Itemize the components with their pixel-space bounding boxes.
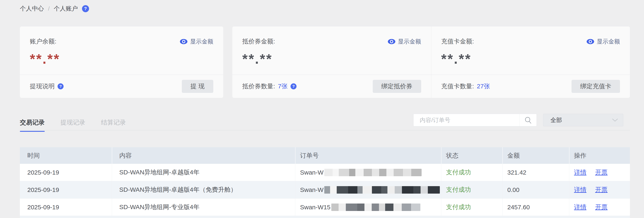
account-balance-label: 账户余额:	[30, 37, 56, 46]
cell-order-number: Swan-W15	[295, 199, 441, 216]
eye-icon	[180, 39, 188, 44]
cell-date: 2025-09-19	[20, 186, 112, 193]
chevron-down-icon	[612, 118, 618, 122]
voucher-help-icon[interactable]	[290, 83, 296, 89]
recharge-amount-label: 充值卡金额:	[441, 37, 474, 46]
withdraw-button[interactable]: 提 现	[182, 80, 213, 93]
withdraw-help-icon[interactable]	[58, 83, 64, 89]
account-balance-footer: 提现说明 提 现	[20, 75, 223, 98]
tab-transaction-records[interactable]: 交易记录	[20, 118, 45, 132]
breadcrumb-item-personal-center[interactable]: 个人中心	[20, 4, 44, 13]
redaction-mosaic	[331, 204, 420, 211]
tab-track-line	[20, 130, 630, 131]
masked-voucher-value: **.**	[242, 51, 421, 67]
table-row: 2025-09-19 SD-WAN异地组网-专业版4年 Swan-W15 支付成…	[20, 199, 630, 216]
cell-order-number: Swan-W	[295, 181, 441, 198]
invoice-link[interactable]: 开票	[595, 186, 608, 194]
cell-actions: 详情 开票	[569, 181, 630, 198]
search-icon	[524, 116, 532, 124]
masked-recharge-value: **.**	[441, 51, 620, 67]
invoice-link[interactable]: 开票	[595, 168, 608, 177]
transaction-table: 时间 内容 订单号 状态 金额 操作 2025-09-19 SD-WAN异地组网…	[20, 147, 630, 218]
voucher-count-value[interactable]: 7张	[278, 82, 288, 91]
eye-icon	[586, 39, 594, 44]
show-amount-label: 显示金额	[190, 38, 213, 45]
cell-actions: 详情 开票	[569, 164, 630, 181]
show-amount-label: 显示金额	[398, 38, 421, 45]
masked-balance-value: **.**	[30, 51, 213, 67]
tab-settlement-records[interactable]: 结算记录	[101, 118, 126, 132]
header-actions: 操作	[569, 147, 630, 164]
bind-voucher-button[interactable]: 绑定抵价券	[373, 80, 421, 93]
voucher-recharge-card: 抵价券金额: 显示金额 **.** 抵价券数量: 7张	[232, 26, 630, 98]
detail-link[interactable]: 详情	[574, 186, 586, 194]
table-row: 2025-09-19 SD-WAN异地组网-卓越版4年（免费升舱） Swan-W…	[20, 181, 630, 199]
table-row: 2025-09-19 SD-WAN异地组网-卓越版4年 Swan-W 支付成功 …	[20, 164, 630, 181]
invoice-link[interactable]: 开票	[595, 203, 608, 211]
order-number-prefix: Swan-W	[300, 186, 324, 193]
header-status: 状态	[441, 147, 502, 164]
account-balance-top: 账户余额: 显示金额 **.**	[20, 26, 223, 75]
show-amount-button-voucher[interactable]: 显示金额	[388, 38, 421, 45]
cell-status: 支付成功	[441, 199, 502, 216]
filter-selected-value: 全部	[550, 116, 562, 124]
cell-actions: 详情 开票	[569, 199, 630, 216]
show-amount-button-balance[interactable]: 显示金额	[180, 38, 213, 45]
redaction-mosaic	[324, 186, 440, 194]
show-amount-button-recharge[interactable]: 显示金额	[586, 38, 620, 45]
header-time: 时间	[20, 151, 112, 160]
next-row-partial	[20, 216, 630, 218]
order-number-prefix: Swan-W15	[300, 204, 330, 211]
tab-withdraw-records[interactable]: 提现记录	[60, 118, 85, 132]
recharge-count-value[interactable]: 27张	[477, 82, 490, 91]
cell-date: 2025-09-19	[20, 169, 112, 176]
cell-order-number: Swan-W	[295, 164, 441, 181]
search-box	[413, 114, 537, 126]
detail-link[interactable]: 详情	[574, 168, 586, 177]
voucher-amount-label: 抵价券金额:	[242, 37, 275, 46]
search-input[interactable]	[414, 114, 520, 126]
eye-icon	[388, 39, 396, 44]
cell-content: SD-WAN异地组网-专业版4年	[112, 199, 295, 216]
cell-amount: 0.00	[502, 181, 569, 198]
filter-dropdown[interactable]: 全部	[543, 114, 623, 126]
voucher-section: 抵价券金额: 显示金额 **.** 抵价券数量: 7张	[232, 26, 431, 98]
withdraw-note-label: 提现说明	[30, 82, 55, 91]
page-help-icon[interactable]	[82, 5, 89, 12]
cell-amount: 2457.60	[502, 199, 569, 216]
cell-content: SD-WAN异地组网-卓越版4年	[112, 164, 295, 181]
redaction-mosaic	[324, 169, 422, 176]
detail-link[interactable]: 详情	[574, 203, 586, 211]
cell-amount: 321.42	[502, 164, 569, 181]
bind-recharge-card-button[interactable]: 绑定充值卡	[572, 80, 620, 93]
breadcrumb-separator: /	[48, 5, 50, 12]
account-balance-card: 账户余额: 显示金额 **.** 提现说明 提 现	[20, 26, 223, 98]
voucher-count-label: 抵价券数量:	[242, 82, 275, 91]
record-tabs: 交易记录 提现记录 结算记录	[20, 118, 126, 132]
show-amount-label: 显示金额	[597, 38, 620, 45]
order-number-prefix: Swan-W	[300, 169, 324, 176]
cell-date: 2025-09-19	[20, 204, 112, 211]
recharge-card-section: 充值卡金额: 显示金额 **.** 充值卡数量: 27张	[431, 26, 630, 98]
breadcrumb: 个人中心 / 个人账户	[20, 0, 89, 17]
search-button[interactable]	[520, 114, 536, 126]
recharge-count-label: 充值卡数量:	[441, 82, 474, 91]
cell-status: 支付成功	[441, 164, 502, 181]
table-header-row: 时间 内容 订单号 状态 金额 操作	[20, 147, 630, 164]
balance-cards: 账户余额: 显示金额 **.** 提现说明 提 现	[20, 26, 630, 98]
header-amount: 金额	[502, 147, 569, 164]
cell-status: 支付成功	[441, 181, 502, 198]
breadcrumb-item-personal-account[interactable]: 个人账户	[54, 4, 78, 13]
cell-content: SD-WAN异地组网-卓越版4年（免费升舱）	[112, 181, 295, 198]
header-order-number: 订单号	[295, 147, 441, 164]
header-content: 内容	[112, 147, 295, 164]
